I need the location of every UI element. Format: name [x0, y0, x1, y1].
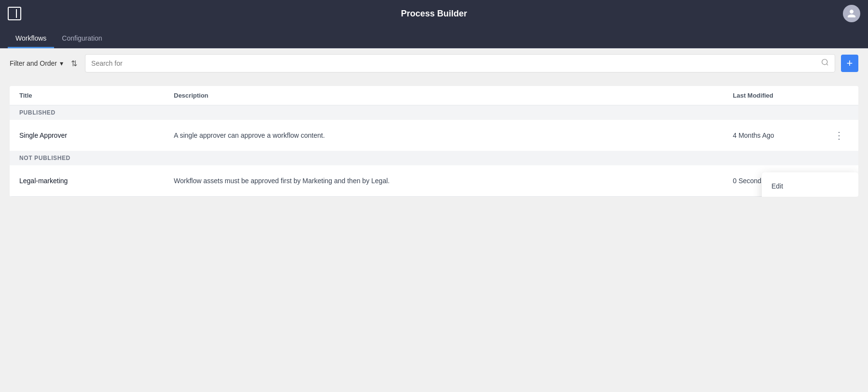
sort-icon: ⇅	[71, 59, 77, 68]
sidebar-toggle-button[interactable]	[8, 7, 21, 20]
content-area: Title Description Last Modified PUBLISHE…	[0, 78, 868, 204]
col-header-title: Title	[19, 92, 174, 99]
col-header-modified: Last Modified	[733, 92, 829, 99]
app-title: Process Builder	[401, 9, 467, 19]
kebab-menu-button[interactable]: ⋮	[829, 128, 849, 143]
row-title: Legal-marketing	[19, 177, 174, 185]
context-menu-edit[interactable]: Edit	[762, 176, 858, 195]
table-header: Title Description Last Modified	[10, 86, 858, 105]
tab-configuration[interactable]: Configuration	[54, 29, 110, 48]
col-header-actions	[829, 92, 849, 99]
search-icon	[821, 58, 829, 68]
row-wrapper-legal-marketing: Legal-marketing Workflow assets must be …	[10, 165, 858, 197]
search-input[interactable]	[91, 59, 817, 67]
row-title: Single Approver	[19, 131, 174, 139]
search-bar	[85, 54, 835, 73]
section-not-published: NOT PUBLISHED	[10, 151, 858, 165]
sidebar-toggle-icon	[12, 9, 17, 18]
sort-button[interactable]: ⇅	[69, 57, 79, 70]
user-icon	[847, 9, 856, 18]
section-published: PUBLISHED	[10, 105, 858, 120]
table-row: Legal-marketing Workflow assets must be …	[10, 165, 858, 197]
col-header-description: Description	[174, 92, 733, 99]
row-description: A single approver can approve a workflow…	[174, 131, 733, 139]
filter-order-button[interactable]: Filter and Order ▾	[10, 59, 63, 67]
user-avatar[interactable]	[843, 5, 860, 22]
row-wrapper-single-approver: Single Approver A single approver can ap…	[10, 120, 858, 151]
workflows-table: Title Description Last Modified PUBLISHE…	[10, 86, 858, 197]
top-bar: Process Builder	[0, 0, 868, 27]
nav-bar: Workflows Configuration	[0, 27, 868, 48]
tab-workflows[interactable]: Workflows	[8, 29, 54, 48]
toolbar: Filter and Order ▾ ⇅ +	[0, 48, 868, 78]
context-menu: Edit Duplicate Permissions Delete	[762, 172, 858, 197]
context-menu-duplicate[interactable]: Duplicate	[762, 195, 858, 197]
row-description: Workflow assets must be approved first b…	[174, 177, 733, 185]
table-row: Single Approver A single approver can ap…	[10, 120, 858, 151]
row-modified: 4 Months Ago	[733, 131, 829, 139]
add-button[interactable]: +	[841, 55, 858, 72]
chevron-down-icon: ▾	[60, 59, 63, 67]
